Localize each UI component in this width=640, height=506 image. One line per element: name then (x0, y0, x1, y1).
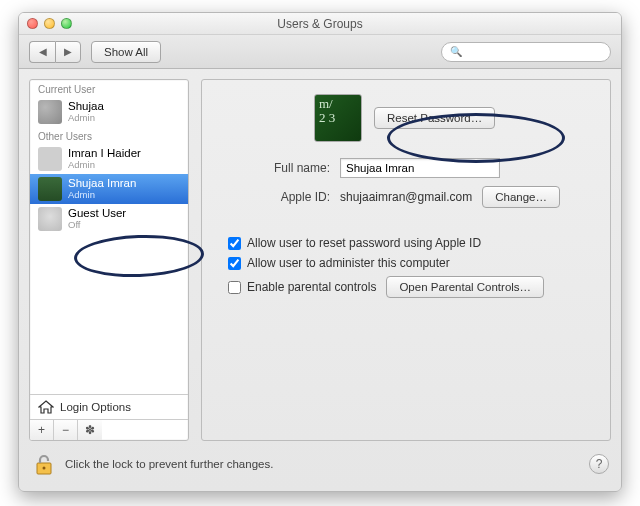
allow-reset-label: Allow user to reset password using Apple… (247, 236, 481, 250)
window-title: Users & Groups (19, 17, 621, 31)
fullname-field[interactable] (340, 158, 500, 178)
fullname-label: Full name: (218, 161, 330, 175)
action-menu-button[interactable]: ✽ (78, 420, 102, 440)
section-current-user: Current User (30, 80, 188, 97)
details-panel: Reset Password… Full name: Apple ID: shu… (201, 79, 611, 441)
search-icon: 🔍 (450, 46, 462, 57)
user-sidebar: Current User Shujaa Admin Other Users Im… (29, 79, 189, 441)
login-options-label: Login Options (60, 401, 131, 413)
user-row-shujaa-imran[interactable]: Shujaa Imran Admin (30, 174, 188, 204)
search-input[interactable] (466, 46, 602, 58)
titlebar: Users & Groups (19, 13, 621, 35)
user-role: Off (68, 220, 126, 230)
remove-user-button[interactable]: − (54, 420, 78, 440)
user-picture[interactable] (314, 94, 362, 142)
user-row-imran[interactable]: Imran I Haider Admin (30, 144, 188, 174)
house-icon (38, 400, 54, 414)
nav-segment: ◀ ▶ (29, 41, 81, 63)
user-name: Guest User (68, 208, 126, 220)
add-user-button[interactable]: + (30, 420, 54, 440)
appleid-value: shujaaimran@gmail.com (340, 190, 472, 204)
forward-button[interactable]: ▶ (55, 41, 81, 63)
avatar-icon (38, 177, 62, 201)
svg-point-1 (43, 467, 46, 470)
appleid-label: Apple ID: (218, 190, 330, 204)
user-role: Admin (68, 160, 141, 170)
open-parental-button[interactable]: Open Parental Controls… (386, 276, 544, 298)
login-options-row[interactable]: Login Options (30, 394, 188, 419)
user-row-guest[interactable]: Guest User Off (30, 204, 188, 234)
parental-checkbox[interactable] (228, 281, 241, 294)
avatar-icon (38, 207, 62, 231)
show-all-button[interactable]: Show All (91, 41, 161, 63)
avatar-icon (38, 100, 62, 124)
toolbar: ◀ ▶ Show All 🔍 (19, 35, 621, 69)
parental-label: Enable parental controls (247, 280, 376, 294)
current-user-row[interactable]: Shujaa Admin (30, 97, 188, 127)
avatar-icon (38, 147, 62, 171)
user-name: Shujaa (68, 101, 104, 113)
section-other-users: Other Users (30, 127, 188, 144)
user-name: Imran I Haider (68, 148, 141, 160)
prefs-window: Users & Groups ◀ ▶ Show All 🔍 Current Us… (18, 12, 622, 492)
add-remove-bar: + − ✽ (30, 419, 188, 440)
footer: Click the lock to prevent further change… (31, 447, 609, 481)
lock-text: Click the lock to prevent further change… (65, 458, 273, 470)
user-name: Shujaa Imran (68, 178, 136, 190)
user-role: Admin (68, 190, 136, 200)
allow-admin-label: Allow user to administer this computer (247, 256, 450, 270)
content-area: Current User Shujaa Admin Other Users Im… (29, 79, 611, 441)
change-appleid-button[interactable]: Change… (482, 186, 560, 208)
user-role: Admin (68, 113, 104, 123)
allow-reset-checkbox[interactable] (228, 237, 241, 250)
allow-admin-checkbox[interactable] (228, 257, 241, 270)
reset-password-button[interactable]: Reset Password… (374, 107, 495, 129)
back-button[interactable]: ◀ (29, 41, 55, 63)
search-field[interactable]: 🔍 (441, 42, 611, 62)
lock-icon[interactable] (31, 451, 57, 477)
help-button[interactable]: ? (589, 454, 609, 474)
